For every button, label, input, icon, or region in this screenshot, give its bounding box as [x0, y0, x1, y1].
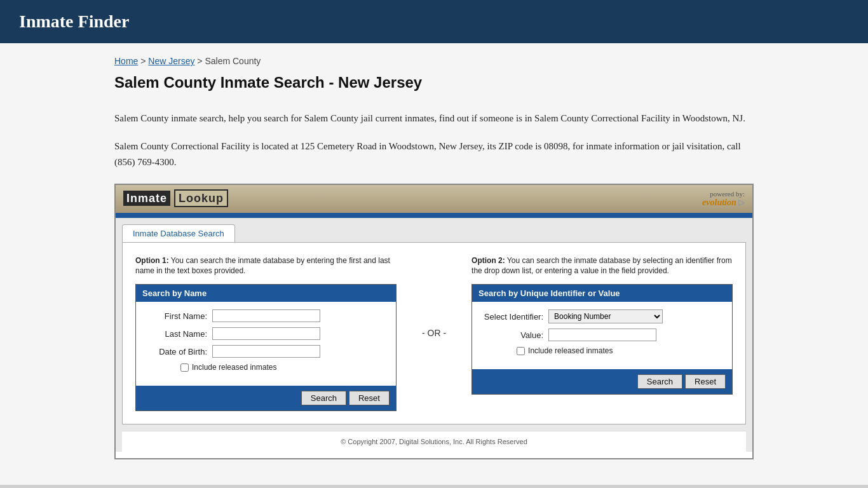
powered-by-text: powered by: — [702, 190, 745, 198]
reset-button-right[interactable]: Reset — [685, 374, 726, 389]
search-by-name-header: Search by Name — [136, 285, 396, 302]
dob-row: Date of Birth: — [142, 345, 390, 358]
search-by-name-body: First Name: Last Name: Date of Birth: — [136, 302, 396, 386]
site-header: Inmate Finder — [0, 0, 868, 43]
evolution-brand: evolution — [702, 198, 736, 207]
include-released-right-row: Include released inmates — [478, 346, 726, 355]
value-label: Value: — [478, 330, 548, 340]
include-released-right-label: Include released inmates — [528, 346, 613, 355]
widget-powered-by: powered by: evolution ▷ — [702, 190, 745, 208]
first-name-input[interactable] — [212, 309, 320, 322]
description-2: Salem County Correctional Facility is lo… — [114, 139, 754, 171]
search-by-name-footer: Search Reset — [136, 386, 396, 410]
widget-search-area: Option 1: You can search the inmate data… — [122, 242, 746, 425]
search-by-name-box: Search by Name First Name: Last Name: — [135, 284, 397, 411]
option2-label: Option 2: — [471, 256, 505, 265]
value-input[interactable] — [548, 329, 656, 341]
page-title: Salem County Inmate Search - New Jersey — [114, 74, 754, 92]
select-identifier-label: Select Identifier: — [478, 312, 548, 322]
search-by-id-footer: Search Reset — [472, 369, 732, 394]
search-button-left[interactable]: Search — [301, 391, 346, 405]
dob-label: Date of Birth: — [142, 347, 212, 356]
first-name-label: First Name: — [142, 311, 212, 321]
value-row: Value: — [478, 329, 726, 341]
option2-desc: You can search the inmate database by se… — [471, 256, 732, 276]
main-content: Home > New Jersey > Salem County Salem C… — [0, 43, 868, 485]
search-by-id-header: Search by Unique Identifier or Value — [472, 285, 732, 302]
widget-header: Inmate Lookup powered by: evolution ▷ — [116, 185, 752, 213]
option1-desc: You can search the inmate database by en… — [135, 256, 390, 276]
search-by-id-body: Select Identifier: Booking Number Value: — [472, 302, 732, 369]
breadcrumb-state[interactable]: New Jersey — [148, 56, 194, 66]
widget-body: Inmate Database Search Option 1: You can… — [116, 218, 752, 452]
widget-logo: Inmate Lookup — [123, 192, 228, 205]
reset-button-left[interactable]: Reset — [349, 391, 390, 405]
include-released-left-row: Include released inmates — [142, 363, 390, 372]
option2-text: Option 2: You can search the inmate data… — [471, 255, 733, 277]
dob-input[interactable] — [212, 345, 320, 358]
option1-text: Option 1: You can search the inmate data… — [135, 255, 397, 277]
last-name-row: Last Name: — [142, 327, 390, 340]
logo-lookup: Lookup — [174, 189, 228, 207]
inmate-lookup-widget: Inmate Lookup powered by: evolution ▷ In… — [114, 184, 754, 460]
tab-inmate-database-search[interactable]: Inmate Database Search — [122, 224, 235, 242]
logo-inmate: Inmate — [123, 191, 170, 206]
breadcrumb: Home > New Jersey > Salem County — [114, 56, 754, 66]
or-divider: - OR - — [409, 255, 459, 412]
widget-blue-bar — [116, 213, 752, 218]
include-released-left-checkbox[interactable] — [180, 363, 189, 372]
last-name-input[interactable] — [212, 327, 320, 340]
breadcrumb-county: Salem County — [205, 56, 261, 66]
widget-tab-row: Inmate Database Search — [116, 218, 752, 242]
select-identifier-row: Select Identifier: Booking Number — [478, 309, 726, 323]
last-name-label: Last Name: — [142, 329, 212, 339]
search-by-id-box: Search by Unique Identifier or Value Sel… — [471, 284, 733, 395]
site-title: Inmate Finder — [19, 11, 849, 32]
search-col-left: Option 1: You can search the inmate data… — [135, 255, 409, 412]
first-name-row: First Name: — [142, 309, 390, 322]
include-released-right-checkbox[interactable] — [517, 347, 525, 355]
description-1: Salem County inmate search, help you sea… — [114, 111, 754, 127]
identifier-select[interactable]: Booking Number — [548, 309, 663, 323]
search-button-right[interactable]: Search — [637, 374, 682, 389]
search-col-right: Option 2: You can search the inmate data… — [459, 255, 733, 412]
option1-label: Option 1: — [135, 256, 169, 265]
widget-footer: © Copyright 2007, Digital Solutions, Inc… — [122, 431, 746, 452]
include-released-left-label: Include released inmates — [192, 363, 276, 372]
breadcrumb-home[interactable]: Home — [114, 56, 138, 66]
